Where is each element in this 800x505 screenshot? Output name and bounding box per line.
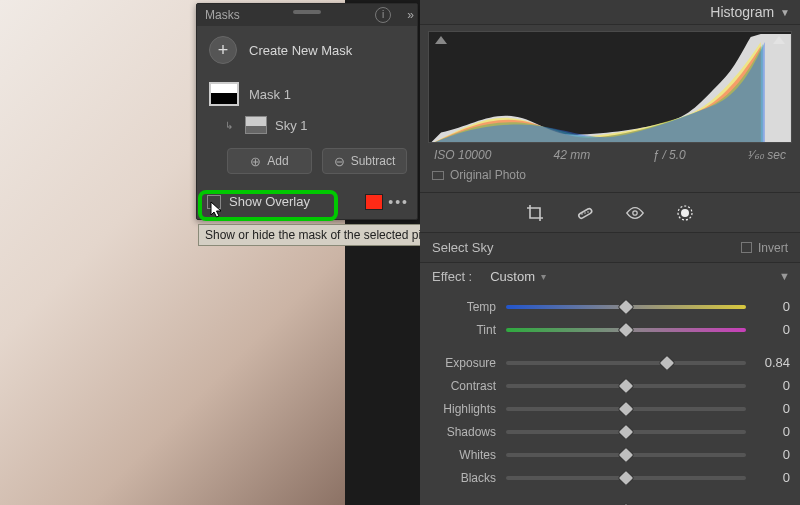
effect-row[interactable]: Effect : Custom ▾ ▼ bbox=[420, 263, 800, 289]
subtract-button-label: Subtract bbox=[351, 154, 396, 168]
slider-track[interactable] bbox=[506, 361, 746, 365]
slider-row-contrast: Contrast0 bbox=[420, 374, 790, 397]
slider-track[interactable] bbox=[506, 328, 746, 332]
invert-checkbox[interactable] bbox=[741, 242, 752, 253]
slider-value[interactable]: 0 bbox=[746, 378, 790, 393]
section-collapse-icon[interactable]: ▼ bbox=[779, 270, 790, 282]
mask-thumbnail-icon[interactable] bbox=[209, 82, 239, 106]
crop-tool-icon[interactable] bbox=[525, 203, 545, 223]
mask-item[interactable]: Mask 1 bbox=[197, 76, 417, 112]
focal-value: 42 mm bbox=[554, 148, 591, 162]
slider-track[interactable] bbox=[506, 476, 746, 480]
slider-label: Shadows bbox=[420, 425, 506, 439]
slider-knob[interactable] bbox=[618, 298, 635, 315]
mask-type-label: Select Sky bbox=[432, 240, 493, 255]
slider-label: Blacks bbox=[420, 471, 506, 485]
slider-row-highlights: Highlights0 bbox=[420, 397, 790, 420]
heal-tool-icon[interactable] bbox=[575, 203, 595, 223]
slider-label: Highlights bbox=[420, 402, 506, 416]
show-overlay-row: Show Overlay ••• bbox=[197, 186, 417, 219]
slider-knob[interactable] bbox=[618, 400, 635, 417]
sliders-section: Temp0Tint0Exposure0.84Contrast0Highlight… bbox=[420, 289, 800, 505]
slider-value[interactable]: 0 bbox=[746, 424, 790, 439]
add-button[interactable]: ⊕ Add bbox=[227, 148, 312, 174]
chevron-down-icon[interactable]: ▼ bbox=[780, 7, 790, 18]
masks-panel-header[interactable]: Masks i » bbox=[197, 4, 417, 26]
iso-value: ISO 10000 bbox=[434, 148, 491, 162]
effect-label: Effect : bbox=[432, 269, 472, 284]
slider-label: Tint bbox=[420, 323, 506, 337]
mask-component-label: Sky 1 bbox=[275, 118, 308, 133]
add-button-label: Add bbox=[267, 154, 288, 168]
slider-label: Exposure bbox=[420, 356, 506, 370]
slider-knob[interactable] bbox=[618, 377, 635, 394]
svg-point-1 bbox=[581, 213, 583, 215]
original-photo-checkbox[interactable] bbox=[432, 171, 444, 180]
slider-track[interactable] bbox=[506, 407, 746, 411]
svg-point-4 bbox=[633, 210, 637, 214]
tooltip: Show or hide the mask of the selected pi… bbox=[198, 224, 455, 246]
slider-track[interactable] bbox=[506, 384, 746, 388]
slider-knob[interactable] bbox=[618, 469, 635, 486]
mask-item-label: Mask 1 bbox=[249, 87, 291, 102]
shutter-value: ¹⁄₆₀ sec bbox=[748, 148, 786, 162]
svg-point-6 bbox=[681, 209, 689, 217]
histogram-metadata: ISO 10000 42 mm ƒ / 5.0 ¹⁄₆₀ sec bbox=[420, 143, 800, 164]
slider-row-tint: Tint0 bbox=[420, 318, 790, 341]
info-icon[interactable]: i bbox=[375, 7, 391, 23]
slider-value[interactable]: 0 bbox=[746, 470, 790, 485]
drag-grip-icon[interactable] bbox=[293, 10, 321, 14]
slider-value[interactable]: 0 bbox=[746, 299, 790, 314]
slider-row-whites: Whites0 bbox=[420, 443, 790, 466]
histogram[interactable] bbox=[428, 31, 792, 143]
tool-strip bbox=[420, 193, 800, 233]
slider-knob[interactable] bbox=[618, 423, 635, 440]
sky-thumbnail-icon[interactable] bbox=[245, 116, 267, 134]
slider-track[interactable] bbox=[506, 430, 746, 434]
plus-icon[interactable]: + bbox=[209, 36, 237, 64]
masks-panel-title: Masks bbox=[205, 8, 240, 22]
effect-popup-icon[interactable]: ▾ bbox=[541, 271, 546, 282]
overlay-color-swatch[interactable] bbox=[365, 194, 383, 210]
slider-label: Temp bbox=[420, 300, 506, 314]
right-panel: Histogram ▼ ISO 10000 42 mm ƒ / 5.0 ¹⁄₆₀… bbox=[420, 0, 800, 505]
invert-toggle[interactable]: Invert bbox=[741, 241, 788, 255]
mask-type-row: Select Sky Invert bbox=[420, 233, 800, 263]
slider-value[interactable]: 0.84 bbox=[746, 355, 790, 370]
original-photo-toggle[interactable]: Original Photo bbox=[420, 164, 800, 193]
subtract-button[interactable]: ⊖ Subtract bbox=[322, 148, 407, 174]
mask-component-item[interactable]: ↳ Sky 1 bbox=[197, 112, 417, 142]
original-photo-label: Original Photo bbox=[450, 168, 526, 182]
invert-label: Invert bbox=[758, 241, 788, 255]
slider-row-blacks: Blacks0 bbox=[420, 466, 790, 489]
slider-knob[interactable] bbox=[658, 354, 675, 371]
slider-track[interactable] bbox=[506, 453, 746, 457]
histogram-header[interactable]: Histogram ▼ bbox=[420, 0, 800, 25]
slider-track[interactable] bbox=[506, 305, 746, 309]
slider-label: Whites bbox=[420, 448, 506, 462]
masks-panel: Masks i » + Create New Mask Mask 1 ↳ Sky… bbox=[196, 3, 418, 220]
histogram-title: Histogram bbox=[710, 4, 774, 20]
collapse-chevron-icon[interactable]: » bbox=[407, 8, 411, 22]
slider-value[interactable]: 0 bbox=[746, 447, 790, 462]
slider-row-texture: Texture0 bbox=[420, 499, 790, 505]
add-icon: ⊕ bbox=[250, 154, 261, 169]
slider-value[interactable]: 0 bbox=[746, 401, 790, 416]
svg-point-2 bbox=[584, 212, 586, 214]
show-overlay-label[interactable]: Show Overlay bbox=[229, 194, 310, 209]
slider-label: Contrast bbox=[420, 379, 506, 393]
redeye-tool-icon[interactable] bbox=[625, 203, 645, 223]
show-overlay-checkbox[interactable] bbox=[207, 195, 221, 209]
svg-point-3 bbox=[587, 211, 589, 213]
slider-row-exposure: Exposure0.84 bbox=[420, 351, 790, 374]
create-mask-row[interactable]: + Create New Mask bbox=[197, 26, 417, 76]
aperture-value: ƒ / 5.0 bbox=[652, 148, 685, 162]
slider-knob[interactable] bbox=[618, 321, 635, 338]
effect-value[interactable]: Custom bbox=[490, 269, 535, 284]
create-mask-label: Create New Mask bbox=[249, 43, 352, 58]
slider-value[interactable]: 0 bbox=[746, 322, 790, 337]
masking-tool-icon[interactable] bbox=[675, 203, 695, 223]
subtract-icon: ⊖ bbox=[334, 154, 345, 169]
more-options-icon[interactable]: ••• bbox=[388, 194, 409, 210]
slider-knob[interactable] bbox=[618, 446, 635, 463]
